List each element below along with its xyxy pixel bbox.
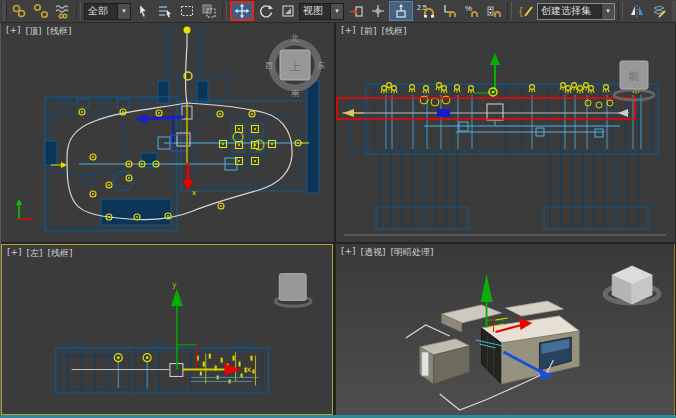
viewport-menu-button[interactable]: [+]: [341, 246, 356, 259]
window-crossing-icon: [201, 3, 217, 19]
viewport-shading-button[interactable]: [明暗处理]: [391, 246, 434, 259]
toolbar-separator: [507, 2, 512, 20]
viewcube-top-face: 上: [290, 60, 301, 73]
angle-snap-icon: [442, 3, 458, 19]
pivot-center-icon: [393, 3, 409, 19]
viewcube[interactable]: [605, 266, 659, 304]
rect-region-icon: [179, 3, 195, 19]
link-icon: [11, 3, 27, 19]
toolbar-separator: [222, 2, 227, 20]
select-by-name-button[interactable]: [154, 1, 175, 21]
viewport-shading-button[interactable]: [线框]: [382, 25, 407, 38]
snap-25-icon: 2.5: [416, 3, 436, 19]
reference-coordinate-dropdown[interactable]: 视图 ▾: [299, 3, 344, 20]
viewport-menu-button[interactable]: [+]: [6, 25, 21, 38]
chevron-down-icon[interactable]: ▾: [117, 4, 130, 19]
blue-object[interactable]: [437, 109, 450, 117]
viewport-perspective[interactable]: [+] [透视] [明暗处理]: [336, 244, 675, 415]
rotate-icon: [258, 3, 274, 19]
select-and-place-button[interactable]: [345, 1, 366, 21]
gizmo-x-label: x: [192, 189, 196, 197]
selection-bracket: [487, 104, 503, 120]
snaps-toggle-button[interactable]: 2.5: [414, 1, 438, 21]
viewport-top-label: [+] [顶] [线框]: [6, 25, 72, 38]
use-pivot-point-center-button[interactable]: [389, 1, 413, 21]
window-crossing-button[interactable]: [198, 1, 219, 21]
toolbar-separator: [618, 2, 623, 20]
viewport-view-button[interactable]: [顶]: [26, 25, 42, 38]
select-and-rotate-button[interactable]: [255, 1, 276, 21]
viewport-shading-button[interactable]: [线框]: [47, 25, 72, 38]
select-object-button[interactable]: [132, 1, 153, 21]
viewport-front-label: [+] [前] [线框]: [341, 25, 407, 38]
viewport-top[interactable]: [+] [顶] [线框]: [1, 23, 334, 242]
reference-coordinate-value: 视图: [300, 4, 330, 18]
viewport-menu-button[interactable]: [+]: [7, 247, 22, 260]
manipulate-icon: [370, 3, 386, 19]
floor-plan-wireframe: [45, 27, 319, 231]
cursor-icon: [135, 3, 151, 19]
spacewarp-icon: [55, 3, 71, 19]
transform-gizmo[interactable]: x y: [171, 280, 252, 376]
spinner-snap-button[interactable]: [483, 1, 504, 21]
viewport-view-button[interactable]: [透视]: [361, 246, 386, 259]
selection-filter-dropdown[interactable]: 全部 ▾: [84, 3, 131, 20]
viewport-shading-button[interactable]: [线框]: [48, 247, 73, 260]
viewport-menu-button[interactable]: [+]: [341, 25, 356, 38]
gizmo-y-label: y: [172, 280, 177, 289]
unlink-icon: [33, 3, 49, 19]
angle-snap-button[interactable]: [439, 1, 460, 21]
transform-gizmo[interactable]: [474, 53, 500, 96]
layers-icon: [651, 3, 667, 19]
cropped-left-icon: [2, 1, 7, 21]
chevron-down-icon[interactable]: ▾: [601, 4, 614, 19]
edit-named-selection-sets-button[interactable]: {: [515, 1, 536, 21]
viewcube-front-face: 前: [628, 70, 640, 83]
viewport-view-button[interactable]: [左]: [27, 247, 43, 260]
compass-east: 东: [317, 61, 325, 70]
select-and-link-button[interactable]: [8, 1, 29, 21]
compass-north: 北: [290, 34, 299, 43]
bind-to-spacewarp-button[interactable]: [52, 1, 73, 21]
left-view-canvas[interactable]: x y: [2, 245, 332, 414]
select-and-scale-button[interactable]: [277, 1, 298, 21]
rectangular-region-button[interactable]: [176, 1, 197, 21]
gizmo-x-label: x: [247, 366, 252, 375]
front-view-canvas[interactable]: 前: [336, 23, 675, 242]
cropped-right-icon: [672, 1, 676, 21]
path-edge-line: [342, 109, 629, 117]
mirror-icon: [629, 3, 645, 19]
named-selection-set-dropdown[interactable]: 创建选择集 ▾: [537, 3, 615, 20]
3dsmax-window: 全部 ▾: [0, 0, 676, 418]
named-sets-icon: {: [518, 3, 534, 19]
perspective-canvas[interactable]: [336, 244, 674, 415]
shaded-model[interactable]: [420, 301, 580, 384]
top-view-canvas[interactable]: x: [1, 23, 334, 242]
spinner-snap-icon: [486, 3, 502, 19]
viewcube[interactable]: 前: [614, 61, 654, 100]
chevron-down-icon[interactable]: ▾: [330, 4, 343, 19]
viewport-area-left-edge: [0, 23, 1, 415]
manage-layers-button[interactable]: [648, 1, 669, 21]
percent-snap-button[interactable]: %: [461, 1, 482, 21]
viewport-front[interactable]: [+] [前] [线框]: [336, 23, 675, 242]
list-cursor-icon: [157, 3, 173, 19]
viewcube[interactable]: [275, 274, 311, 307]
scale-icon: [280, 3, 296, 19]
compass-west: 西: [265, 61, 273, 70]
select-and-manipulate-button[interactable]: [367, 1, 388, 21]
svg-text:%: %: [465, 4, 472, 13]
viewport-left[interactable]: [+] [左] [线框]: [1, 244, 333, 415]
viewport-view-button[interactable]: [前]: [361, 25, 377, 38]
light-stems: [386, 95, 641, 149]
transform-gizmo[interactable]: x: [183, 103, 196, 197]
svg-text:{: {: [519, 5, 523, 17]
mirror-button[interactable]: [626, 1, 647, 21]
main-toolbar: 全部 ▾: [0, 0, 676, 23]
place-box-icon: [348, 3, 364, 19]
unlink-selection-button[interactable]: [30, 1, 51, 21]
compass-south: 南: [291, 89, 300, 98]
hanging-lights[interactable]: [381, 83, 645, 108]
select-and-move-button[interactable]: [230, 1, 254, 21]
percent-snap-icon: %: [464, 3, 480, 19]
